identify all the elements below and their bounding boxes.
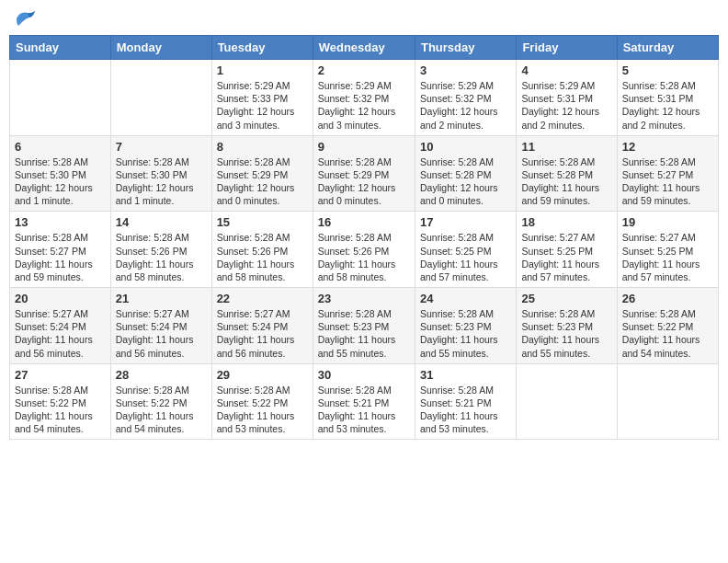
day-info: Sunrise: 5:28 AM Sunset: 5:27 PM Dayligh…	[622, 155, 713, 208]
calendar-week-row: 6Sunrise: 5:28 AM Sunset: 5:30 PM Daylig…	[10, 135, 719, 212]
calendar-cell: 22Sunrise: 5:27 AM Sunset: 5:24 PM Dayli…	[211, 288, 313, 364]
day-info: Sunrise: 5:28 AM Sunset: 5:29 PM Dayligh…	[217, 155, 308, 208]
calendar-cell: 3Sunrise: 5:29 AM Sunset: 5:32 PM Daylig…	[415, 60, 516, 136]
day-number: 21	[116, 292, 207, 305]
weekday-header: Saturday	[617, 36, 718, 60]
day-number: 26	[622, 292, 713, 305]
calendar-cell: 18Sunrise: 5:27 AM Sunset: 5:25 PM Dayli…	[517, 212, 617, 288]
calendar-week-row: 1Sunrise: 5:29 AM Sunset: 5:33 PM Daylig…	[10, 60, 719, 136]
calendar-cell: 16Sunrise: 5:28 AM Sunset: 5:26 PM Dayli…	[313, 212, 415, 288]
day-info: Sunrise: 5:28 AM Sunset: 5:26 PM Dayligh…	[318, 231, 410, 283]
day-info: Sunrise: 5:27 AM Sunset: 5:24 PM Dayligh…	[116, 307, 207, 360]
day-info: Sunrise: 5:28 AM Sunset: 5:23 PM Dayligh…	[420, 307, 511, 360]
calendar-cell: 31Sunrise: 5:28 AM Sunset: 5:21 PM Dayli…	[415, 363, 516, 440]
day-info: Sunrise: 5:28 AM Sunset: 5:30 PM Dayligh…	[15, 155, 106, 208]
calendar-cell: 25Sunrise: 5:28 AM Sunset: 5:23 PM Dayli…	[517, 288, 617, 364]
day-number: 2	[318, 63, 410, 77]
day-number: 18	[521, 215, 611, 229]
day-info: Sunrise: 5:28 AM Sunset: 5:21 PM Dayligh…	[420, 384, 511, 436]
day-info: Sunrise: 5:29 AM Sunset: 5:31 PM Dayligh…	[521, 79, 611, 132]
calendar-cell: 6Sunrise: 5:28 AM Sunset: 5:30 PM Daylig…	[10, 135, 111, 212]
day-number: 19	[622, 215, 713, 229]
calendar-week-row: 13Sunrise: 5:28 AM Sunset: 5:27 PM Dayli…	[10, 212, 719, 288]
calendar-cell: 28Sunrise: 5:28 AM Sunset: 5:22 PM Dayli…	[110, 363, 211, 440]
calendar-header-row: SundayMondayTuesdayWednesdayThursdayFrid…	[10, 36, 719, 60]
day-info: Sunrise: 5:28 AM Sunset: 5:29 PM Dayligh…	[318, 155, 410, 208]
day-number: 5	[622, 63, 713, 77]
day-info: Sunrise: 5:28 AM Sunset: 5:22 PM Dayligh…	[116, 384, 207, 436]
calendar-cell: 14Sunrise: 5:28 AM Sunset: 5:26 PM Dayli…	[110, 212, 211, 288]
calendar-cell: 9Sunrise: 5:28 AM Sunset: 5:29 PM Daylig…	[313, 135, 415, 212]
day-number: 16	[318, 215, 410, 229]
day-number: 9	[318, 140, 410, 154]
day-number: 22	[217, 292, 308, 305]
day-number: 15	[217, 215, 308, 229]
weekday-header: Wednesday	[313, 36, 415, 60]
day-info: Sunrise: 5:28 AM Sunset: 5:30 PM Dayligh…	[116, 155, 207, 208]
day-info: Sunrise: 5:27 AM Sunset: 5:25 PM Dayligh…	[521, 231, 611, 283]
calendar-cell: 12Sunrise: 5:28 AM Sunset: 5:27 PM Dayli…	[617, 135, 718, 212]
day-info: Sunrise: 5:27 AM Sunset: 5:24 PM Dayligh…	[217, 307, 308, 360]
calendar-cell: 8Sunrise: 5:28 AM Sunset: 5:29 PM Daylig…	[211, 135, 313, 212]
calendar-cell: 26Sunrise: 5:28 AM Sunset: 5:22 PM Dayli…	[617, 288, 718, 364]
day-number: 28	[116, 368, 207, 382]
day-info: Sunrise: 5:28 AM Sunset: 5:26 PM Dayligh…	[217, 231, 308, 283]
calendar-cell: 20Sunrise: 5:27 AM Sunset: 5:24 PM Dayli…	[10, 288, 111, 364]
calendar-week-row: 20Sunrise: 5:27 AM Sunset: 5:24 PM Dayli…	[10, 288, 719, 364]
calendar-cell: 17Sunrise: 5:28 AM Sunset: 5:25 PM Dayli…	[415, 212, 516, 288]
calendar-cell: 15Sunrise: 5:28 AM Sunset: 5:26 PM Dayli…	[211, 212, 313, 288]
day-number: 1	[217, 63, 308, 77]
calendar-cell	[517, 363, 617, 440]
logo	[13, 9, 42, 28]
weekday-header: Friday	[517, 36, 617, 60]
calendar-week-row: 27Sunrise: 5:28 AM Sunset: 5:22 PM Dayli…	[10, 363, 719, 440]
page-header	[9, 9, 719, 28]
calendar-cell: 4Sunrise: 5:29 AM Sunset: 5:31 PM Daylig…	[517, 60, 617, 136]
calendar-cell: 2Sunrise: 5:29 AM Sunset: 5:32 PM Daylig…	[313, 60, 415, 136]
calendar-cell: 24Sunrise: 5:28 AM Sunset: 5:23 PM Dayli…	[415, 288, 516, 364]
calendar-cell: 5Sunrise: 5:28 AM Sunset: 5:31 PM Daylig…	[617, 60, 718, 136]
day-number: 6	[15, 140, 106, 154]
day-info: Sunrise: 5:28 AM Sunset: 5:23 PM Dayligh…	[521, 307, 611, 360]
day-number: 17	[420, 215, 511, 229]
day-info: Sunrise: 5:29 AM Sunset: 5:32 PM Dayligh…	[318, 79, 410, 132]
day-number: 7	[116, 140, 207, 154]
calendar-cell	[110, 60, 211, 136]
day-info: Sunrise: 5:28 AM Sunset: 5:26 PM Dayligh…	[116, 231, 207, 283]
day-info: Sunrise: 5:27 AM Sunset: 5:25 PM Dayligh…	[622, 231, 713, 283]
day-info: Sunrise: 5:28 AM Sunset: 5:21 PM Dayligh…	[318, 384, 410, 436]
day-number: 4	[521, 63, 611, 77]
day-number: 23	[318, 292, 410, 305]
weekday-header: Tuesday	[211, 36, 313, 60]
calendar-cell: 27Sunrise: 5:28 AM Sunset: 5:22 PM Dayli…	[10, 363, 111, 440]
calendar-cell: 11Sunrise: 5:28 AM Sunset: 5:28 PM Dayli…	[517, 135, 617, 212]
day-number: 27	[15, 368, 106, 382]
calendar-cell: 19Sunrise: 5:27 AM Sunset: 5:25 PM Dayli…	[617, 212, 718, 288]
day-number: 14	[116, 215, 207, 229]
day-number: 3	[420, 63, 511, 77]
day-info: Sunrise: 5:28 AM Sunset: 5:22 PM Dayligh…	[15, 384, 106, 436]
day-info: Sunrise: 5:27 AM Sunset: 5:24 PM Dayligh…	[15, 307, 106, 360]
calendar-cell	[617, 363, 718, 440]
weekday-header: Thursday	[415, 36, 516, 60]
calendar-cell: 21Sunrise: 5:27 AM Sunset: 5:24 PM Dayli…	[110, 288, 211, 364]
calendar-cell: 23Sunrise: 5:28 AM Sunset: 5:23 PM Dayli…	[313, 288, 415, 364]
calendar-table: SundayMondayTuesdayWednesdayThursdayFrid…	[9, 35, 719, 440]
weekday-header: Sunday	[10, 36, 111, 60]
day-info: Sunrise: 5:28 AM Sunset: 5:28 PM Dayligh…	[521, 155, 611, 208]
day-number: 20	[15, 292, 106, 305]
calendar-cell: 1Sunrise: 5:29 AM Sunset: 5:33 PM Daylig…	[211, 60, 313, 136]
logo-icon	[13, 9, 39, 28]
weekday-header: Monday	[110, 36, 211, 60]
day-info: Sunrise: 5:29 AM Sunset: 5:33 PM Dayligh…	[217, 79, 308, 132]
calendar-cell: 30Sunrise: 5:28 AM Sunset: 5:21 PM Dayli…	[313, 363, 415, 440]
day-number: 13	[15, 215, 106, 229]
day-number: 31	[420, 368, 511, 382]
day-info: Sunrise: 5:28 AM Sunset: 5:27 PM Dayligh…	[15, 231, 106, 283]
calendar-cell: 7Sunrise: 5:28 AM Sunset: 5:30 PM Daylig…	[110, 135, 211, 212]
day-info: Sunrise: 5:28 AM Sunset: 5:22 PM Dayligh…	[622, 307, 713, 360]
day-info: Sunrise: 5:28 AM Sunset: 5:28 PM Dayligh…	[420, 155, 511, 208]
day-number: 24	[420, 292, 511, 305]
day-number: 12	[622, 140, 713, 154]
calendar-cell	[10, 60, 111, 136]
